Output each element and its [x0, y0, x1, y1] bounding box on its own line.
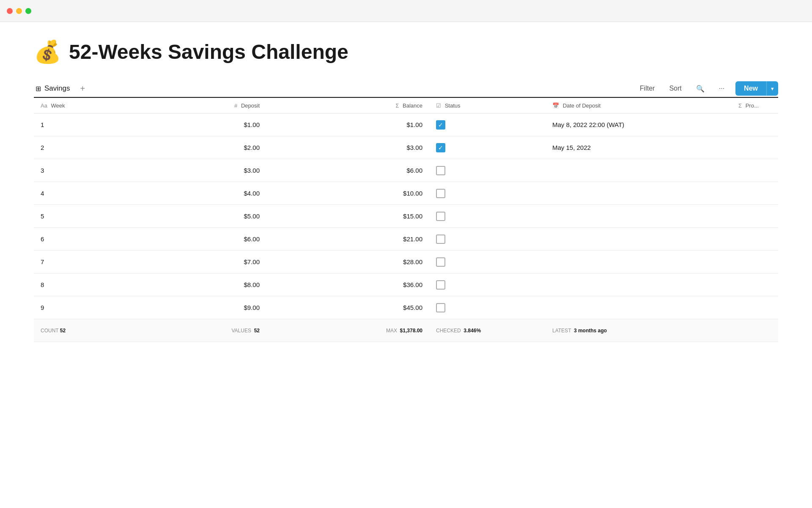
cell-date	[546, 159, 732, 182]
col-header-balance[interactable]: Σ Balance	[266, 98, 429, 113]
toolbar-right: Filter Sort 🔍 ··· New ▾	[636, 81, 778, 96]
checkbox-icon: ☑	[436, 102, 441, 109]
cell-balance: $28.00	[266, 251, 429, 273]
cell-status	[429, 205, 546, 228]
cell-week: 1	[34, 113, 150, 136]
cell-pro	[732, 296, 778, 319]
cell-deposit: $1.00	[150, 113, 266, 136]
checkbox-unchecked[interactable]	[436, 212, 445, 221]
table-row: 5$5.00$15.00	[34, 205, 778, 228]
checkbox-checked[interactable]: ✓	[436, 120, 445, 130]
new-dropdown-button[interactable]: ▾	[766, 81, 778, 96]
cell-date: May 8, 2022 22:00 (WAT)	[546, 113, 732, 136]
cell-week: 5	[34, 205, 150, 228]
new-button[interactable]: New	[735, 81, 766, 96]
cell-pro	[732, 205, 778, 228]
maximize-button[interactable]	[25, 8, 31, 14]
table-icon: ⊞	[36, 85, 41, 93]
cell-date	[546, 228, 732, 251]
cell-pro	[732, 136, 778, 159]
cell-date: May 15, 2022	[546, 136, 732, 159]
checkbox-unchecked[interactable]	[436, 257, 445, 267]
cell-deposit: $6.00	[150, 228, 266, 251]
cell-week: 3	[34, 159, 150, 182]
page-icon: 💰	[34, 39, 61, 65]
tab-label: Savings	[44, 84, 70, 93]
more-icon: ···	[719, 85, 724, 92]
cell-status: ✓	[429, 136, 546, 159]
col-header-pro[interactable]: Σ Pro...	[732, 98, 778, 113]
chevron-down-icon: ▾	[771, 86, 774, 92]
savings-table: Aa Week # Deposit Σ Balance ☑ Status	[34, 98, 778, 342]
col-header-date[interactable]: 📅 Date of Deposit	[546, 98, 732, 113]
cell-week: 9	[34, 296, 150, 319]
hash-icon: #	[234, 102, 237, 109]
cell-status: ✓	[429, 113, 546, 136]
page-header: 💰 52-Weeks Savings Challenge	[34, 39, 778, 65]
new-button-container: New ▾	[735, 81, 778, 96]
cell-pro	[732, 273, 778, 296]
cell-balance: $45.00	[266, 296, 429, 319]
cell-date	[546, 251, 732, 273]
table-row: 9$9.00$45.00	[34, 296, 778, 319]
toolbar-left: ⊞ Savings +	[34, 80, 88, 97]
col-header-deposit[interactable]: # Deposit	[150, 98, 266, 113]
footer-row: COUNT 52 VALUES 52 MAX $1,378.00 CHECKED…	[34, 319, 778, 342]
cell-date	[546, 273, 732, 296]
checkbox-unchecked[interactable]	[436, 280, 445, 290]
cell-pro	[732, 113, 778, 136]
cell-status	[429, 251, 546, 273]
checkbox-unchecked[interactable]	[436, 303, 445, 312]
cell-balance: $3.00	[266, 136, 429, 159]
cell-balance: $1.00	[266, 113, 429, 136]
col-header-status[interactable]: ☑ Status	[429, 98, 546, 113]
cell-status	[429, 228, 546, 251]
sort-button[interactable]: Sort	[666, 82, 685, 95]
cell-pro	[732, 182, 778, 205]
checkbox-checked[interactable]: ✓	[436, 143, 445, 152]
cell-pro	[732, 228, 778, 251]
minimize-button[interactable]	[16, 8, 22, 14]
checkbox-unchecked[interactable]	[436, 166, 445, 175]
title-bar	[0, 0, 812, 22]
cell-week: 8	[34, 273, 150, 296]
table-row: 7$7.00$28.00	[34, 251, 778, 273]
cell-week: 4	[34, 182, 150, 205]
table-container: Aa Week # Deposit Σ Balance ☑ Status	[34, 98, 778, 342]
footer-values: VALUES 52	[150, 319, 266, 342]
cell-status	[429, 273, 546, 296]
cell-pro	[732, 159, 778, 182]
sigma-icon: Σ	[395, 102, 399, 109]
footer-count: COUNT 52	[34, 319, 150, 342]
cell-status	[429, 296, 546, 319]
close-button[interactable]	[7, 8, 13, 14]
sigma-icon-2: Σ	[738, 102, 742, 109]
table-header-row: Aa Week # Deposit Σ Balance ☑ Status	[34, 98, 778, 113]
search-button[interactable]: 🔍	[693, 82, 708, 95]
cell-deposit: $2.00	[150, 136, 266, 159]
cell-status	[429, 182, 546, 205]
cell-deposit: $8.00	[150, 273, 266, 296]
cell-deposit: $5.00	[150, 205, 266, 228]
cell-pro	[732, 251, 778, 273]
cell-deposit: $3.00	[150, 159, 266, 182]
cell-status	[429, 159, 546, 182]
page-title: 52-Weeks Savings Challenge	[69, 40, 348, 64]
cell-week: 2	[34, 136, 150, 159]
tab-savings[interactable]: ⊞ Savings	[34, 80, 71, 98]
table-row: 3$3.00$6.00	[34, 159, 778, 182]
search-icon: 🔍	[696, 85, 705, 92]
cell-balance: $15.00	[266, 205, 429, 228]
cell-balance: $10.00	[266, 182, 429, 205]
add-view-button[interactable]: +	[77, 82, 88, 95]
more-button[interactable]: ···	[716, 82, 728, 95]
cell-date	[546, 205, 732, 228]
checkbox-unchecked[interactable]	[436, 189, 445, 198]
cell-balance: $21.00	[266, 228, 429, 251]
content-area: 💰 52-Weeks Savings Challenge ⊞ Savings +…	[0, 22, 812, 342]
col-header-week[interactable]: Aa Week	[34, 98, 150, 113]
checkbox-unchecked[interactable]	[436, 235, 445, 244]
filter-button[interactable]: Filter	[636, 82, 658, 95]
table-body: 1$1.00$1.00✓May 8, 2022 22:00 (WAT)2$2.0…	[34, 113, 778, 319]
table-row: 1$1.00$1.00✓May 8, 2022 22:00 (WAT)	[34, 113, 778, 136]
